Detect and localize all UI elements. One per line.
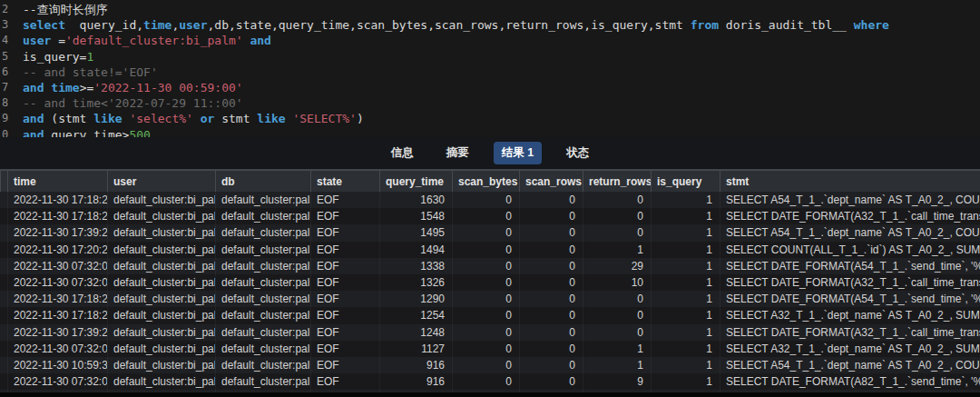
cell-db: default_cluster:palm (215, 258, 310, 274)
column-header-return_rows[interactable]: return_rows (583, 171, 651, 192)
column-header-user[interactable]: user (107, 171, 215, 192)
cell-query_time: 1494 (379, 242, 452, 258)
tab-info[interactable]: 信息 (383, 142, 422, 164)
tab-result-1[interactable]: 结果 1 (494, 142, 542, 164)
column-header-time[interactable]: time (7, 171, 107, 192)
table-row[interactable]: 2022-11-30 07:32:08default_cluster:bi_pa… (0, 373, 980, 390)
table-row[interactable]: 2022-11-30 17:18:22default_cluster:bi_pa… (0, 307, 980, 323)
sql-token-kw: time (51, 81, 79, 94)
code-line-text: and (stmt like 'select%' or stmt like 'S… (15, 111, 364, 126)
sql-token-com: -- and time<'2022-07-29 11::00' (23, 96, 243, 110)
row-lead-gutter (0, 307, 7, 323)
cell-stmt: SELECT COUNT(ALL_T_1_.`id`) AS T_A0_2_, … (720, 242, 980, 258)
column-header-state[interactable]: state (310, 171, 379, 192)
cell-is_query: 1 (651, 258, 720, 274)
tab-summary[interactable]: 摘要 (438, 142, 477, 164)
cell-scan_bytes: 0 (452, 324, 519, 341)
table-row[interactable]: 2022-11-30 17:18:22default_cluster:bi_pa… (0, 208, 980, 224)
row-lead-gutter (0, 224, 7, 241)
cell-scan_bytes: 0 (452, 242, 519, 258)
line-number: 7 (0, 80, 15, 95)
cell-query_time: 1326 (379, 274, 452, 291)
cell-return_rows: 0 (583, 208, 651, 224)
cell-return_rows: 10 (583, 274, 651, 291)
cell-time: 2022-11-30 17:39:29 (7, 224, 107, 241)
cell-stmt: SELECT DATE_FORMAT(A54_T_1_.`send_time`,… (720, 258, 980, 274)
cell-query_time: 1630 (379, 192, 452, 208)
table-row[interactable]: 2022-11-30 17:39:29default_cluster:bi_pa… (0, 224, 980, 241)
sql-token-str: 'select%' (129, 112, 192, 125)
cell-scan_bytes: 0 (452, 291, 519, 307)
sql-token-kw: select (23, 18, 65, 32)
code-line-text: select query_id,time,user,db,state,query… (15, 17, 889, 33)
cell-query_time: 1127 (379, 341, 452, 357)
cell-query_time: 1290 (379, 291, 452, 307)
line-number: 2 (0, 2, 15, 17)
result-tab-bar: 信息摘要结果 1状态 (0, 137, 980, 170)
table-row[interactable]: 2022-11-30 07:32:08default_cluster:bi_pa… (0, 274, 980, 291)
cell-stmt: SELECT A54_T_1_.`dept_name` AS T_A0_2_, … (720, 224, 980, 241)
table-row[interactable]: 2022-11-30 10:59:33default_cluster:bi_pa… (0, 357, 980, 373)
cell-db: default_cluster:palm (215, 242, 310, 258)
sql-token-str: 'default_cluster:bi_palm' (65, 34, 243, 47)
table-row[interactable]: 2022-11-30 07:32:08default_cluster:bi_pa… (0, 258, 980, 274)
cell-scan_bytes: 0 (452, 357, 519, 373)
code-line: 7and time>='2022-11-30 00:59:00' (0, 80, 980, 95)
cell-user: default_cluster:bi_palm (107, 208, 215, 224)
column-header-stmt[interactable]: stmt (720, 171, 980, 192)
cell-stmt: SELECT A54_T_1_.`dept_name` AS T_A0_2_, … (720, 192, 980, 208)
cell-scan_rows: 0 (519, 258, 583, 274)
code-line-text: --查询时长倒序 (15, 2, 108, 17)
cell-db: default_cluster:palm (215, 274, 310, 291)
cell-scan_bytes: 0 (452, 258, 519, 274)
cell-is_query: 1 (651, 192, 720, 208)
cell-is_query: 1 (651, 224, 720, 241)
cell-return_rows: 1 (583, 357, 651, 373)
result-grid-header: timeuserdbstatequery_timescan_bytesscan_… (0, 170, 980, 192)
column-header-query_time[interactable]: query_time (379, 171, 452, 192)
sql-token-plain: is_query= (23, 50, 86, 64)
table-row[interactable]: 2022-11-30 17:39:29default_cluster:bi_pa… (0, 324, 980, 341)
table-row[interactable]: 2022-11-30 07:32:08default_cluster:bi_pa… (0, 341, 980, 357)
sql-token-kw: time (143, 18, 172, 32)
cell-scan_bytes: 0 (452, 274, 519, 291)
cell-return_rows: 0 (583, 224, 651, 241)
sql-token-kw: and (23, 112, 44, 125)
column-header-is_query[interactable]: is_query (651, 171, 720, 192)
table-row[interactable]: 2022-11-30 17:18:22default_cluster:bi_pa… (0, 291, 980, 307)
code-line-text: -- and time<'2022-07-29 11::00' (15, 95, 243, 111)
table-row[interactable]: 2022-11-30 17:20:27default_cluster:bi_pa… (0, 242, 980, 258)
column-header-scan_bytes[interactable]: scan_bytes (452, 171, 519, 192)
row-lead-gutter (0, 274, 7, 291)
code-line-text: and time>='2022-11-30 00:59:00' (15, 80, 243, 95)
line-number: 9 (0, 111, 15, 126)
sql-editor[interactable]: 2--查询时长倒序3select query_id,time,user,db,s… (0, 0, 980, 137)
line-number: 8 (0, 95, 15, 111)
sql-token-kw: user (179, 18, 207, 32)
cell-db: default_cluster:palm (215, 291, 310, 307)
cell-user: default_cluster:bi_palm (107, 341, 215, 357)
cell-scan_bytes: 0 (452, 307, 519, 323)
sql-token-num: 1 (86, 50, 93, 64)
sql-token-kw: and (23, 128, 44, 138)
table-row[interactable]: 2022-11-30 17:18:22default_cluster:bi_pa… (0, 192, 980, 208)
code-line: 0and query_time>500 (0, 127, 980, 138)
cell-db: default_cluster:palm (215, 324, 310, 341)
cell-user: default_cluster:bi_palm (107, 357, 215, 373)
sql-client-window: 2--查询时长倒序3select query_id,time,user,db,s… (0, 0, 980, 397)
column-header-db[interactable]: db (215, 171, 310, 192)
sql-token-kw: user (23, 34, 51, 47)
cell-stmt: SELECT A32_T_1_.`dept_name` AS T_A0_2_, … (720, 307, 980, 323)
cell-time: 2022-11-30 07:32:08 (7, 373, 107, 390)
cell-db: default_cluster:palm (215, 341, 310, 357)
row-lead-gutter (0, 242, 7, 258)
sql-token-kw: where (854, 18, 889, 32)
tab-status[interactable]: 状态 (558, 142, 597, 164)
cell-user: default_cluster:bi_palm (107, 224, 215, 241)
cell-query_time: 1248 (379, 324, 452, 341)
code-line-text: is_query=1 (15, 49, 93, 65)
column-header-scan_rows[interactable]: scan_rows (519, 171, 583, 192)
cell-stmt: SELECT DATE_FORMAT(A82_T_1_.`send_time`,… (720, 373, 980, 390)
cell-query_time: 1254 (379, 307, 452, 323)
cell-time: 2022-11-30 17:18:22 (7, 291, 107, 307)
